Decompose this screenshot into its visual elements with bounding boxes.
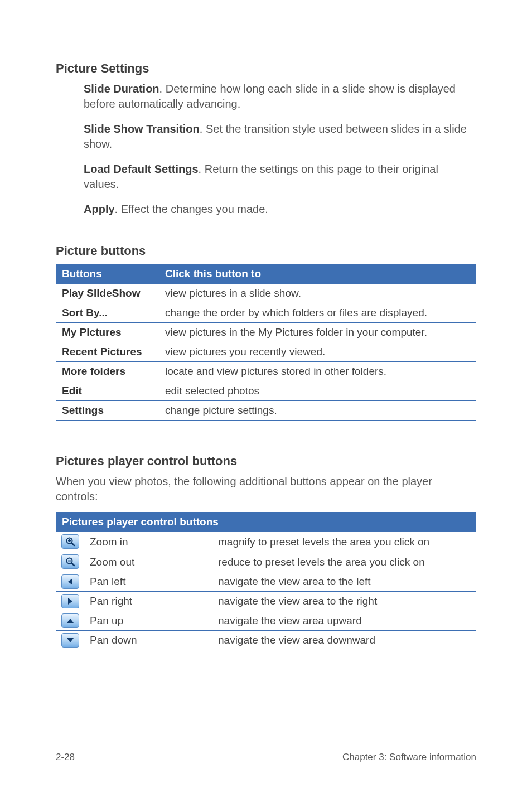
- footer-chapter: Chapter 3: Software information: [342, 752, 476, 763]
- player-controls-table-header: Pictures player control buttons: [56, 513, 476, 532]
- setting-apply: Apply. Effect the changes you made.: [84, 202, 476, 217]
- table-row: Recent Picturesview pictures you recentl…: [56, 342, 476, 362]
- footer-page-number: 2-28: [56, 752, 75, 763]
- table-row: Pan right navigate the view area to the …: [56, 592, 476, 611]
- page-footer: 2-28 Chapter 3: Software information: [56, 747, 476, 763]
- table-row: Sort By...change the order by which fold…: [56, 303, 476, 323]
- setting-load-default: Load Default Settings. Return the settin…: [84, 162, 476, 192]
- setting-slide-show-transition: Slide Show Transition. Set the transitio…: [84, 122, 476, 152]
- svg-marker-9: [67, 619, 74, 623]
- picture-settings-heading: Picture Settings: [56, 61, 476, 76]
- zoom-out-icon: [61, 554, 79, 569]
- svg-marker-7: [68, 578, 72, 585]
- pan-right-icon: [61, 594, 79, 608]
- table-row: Pan left navigate the view area to the l…: [56, 572, 476, 592]
- setting-slide-duration: Slide Duration. Determine how long each …: [84, 81, 476, 112]
- svg-line-5: [71, 563, 74, 566]
- table-row: Pan up navigate the view area upward: [56, 611, 476, 631]
- table-row: Play SlideShowview pictures in a slide s…: [56, 284, 476, 303]
- pan-up-icon: [61, 613, 79, 628]
- svg-marker-8: [68, 598, 72, 605]
- pan-left-icon: [61, 574, 79, 589]
- player-controls-intro: When you view photos, the following addi…: [56, 474, 476, 504]
- table-row: Zoom out reduce to preset levels the are…: [56, 552, 476, 572]
- pan-down-icon: [61, 633, 79, 648]
- picture-buttons-heading: Picture buttons: [56, 244, 476, 258]
- svg-marker-10: [67, 638, 74, 642]
- table-row: Pan down navigate the view area downward: [56, 631, 476, 650]
- player-controls-heading: Pictures player control buttons: [56, 454, 476, 468]
- picture-buttons-table: Buttons Click this button to Play SlideS…: [56, 264, 476, 421]
- col-header-click: Click this button to: [159, 264, 476, 284]
- svg-line-1: [71, 543, 74, 545]
- table-row: Zoom in magnify to preset levels the are…: [56, 532, 476, 552]
- table-row: My Picturesview pictures in the My Pictu…: [56, 323, 476, 342]
- table-row: More folderslocate and view pictures sto…: [56, 362, 476, 381]
- player-controls-table: Pictures player control buttons Zoom in …: [56, 512, 476, 650]
- table-row: Editedit selected photos: [56, 381, 476, 401]
- col-header-buttons: Buttons: [56, 264, 159, 284]
- table-row: Settingschange picture settings.: [56, 401, 476, 421]
- zoom-in-icon: [61, 534, 79, 549]
